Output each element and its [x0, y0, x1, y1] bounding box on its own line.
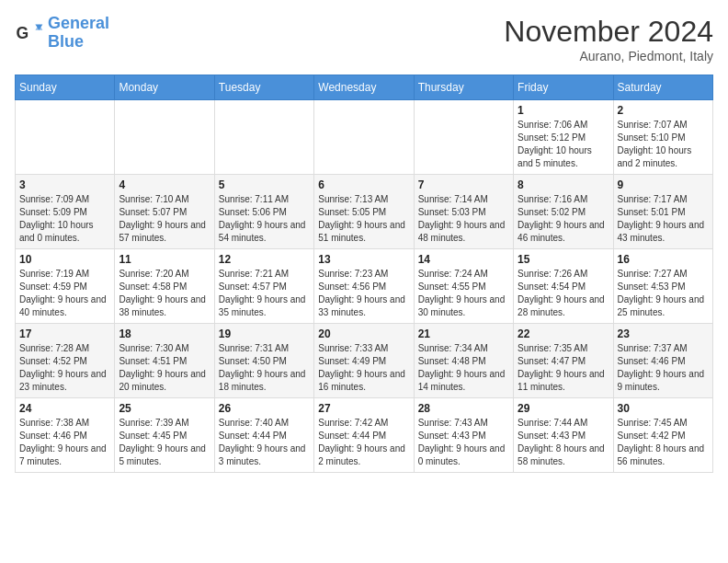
day-number: 5 [219, 178, 310, 191]
day-number: 6 [318, 178, 409, 191]
calendar-cell: 30Sunrise: 7:45 AM Sunset: 4:42 PM Dayli… [613, 398, 712, 473]
calendar-cell: 21Sunrise: 7:34 AM Sunset: 4:48 PM Dayli… [414, 324, 513, 398]
day-info: Sunrise: 7:16 AM Sunset: 5:02 PM Dayligh… [518, 193, 609, 245]
day-number: 19 [219, 327, 310, 340]
day-number: 15 [518, 253, 609, 266]
day-number: 17 [19, 327, 110, 340]
calendar-cell: 4Sunrise: 7:10 AM Sunset: 5:07 PM Daylig… [115, 175, 214, 249]
calendar-cell: 7Sunrise: 7:14 AM Sunset: 5:03 PM Daylig… [414, 175, 513, 249]
calendar-cell: 29Sunrise: 7:44 AM Sunset: 4:43 PM Dayli… [514, 398, 613, 473]
day-info: Sunrise: 7:37 AM Sunset: 4:46 PM Dayligh… [618, 342, 709, 394]
day-header-friday: Friday [514, 75, 613, 100]
day-header-thursday: Thursday [414, 75, 513, 100]
day-number: 23 [618, 327, 709, 340]
day-number: 4 [119, 178, 210, 191]
calendar-cell: 24Sunrise: 7:38 AM Sunset: 4:46 PM Dayli… [16, 398, 115, 473]
calendar-cell: 1Sunrise: 7:06 AM Sunset: 5:12 PM Daylig… [514, 100, 613, 175]
day-info: Sunrise: 7:10 AM Sunset: 5:07 PM Dayligh… [119, 193, 210, 245]
day-info: Sunrise: 7:20 AM Sunset: 4:58 PM Dayligh… [119, 268, 210, 319]
day-number: 30 [618, 402, 709, 415]
day-info: Sunrise: 7:27 AM Sunset: 4:53 PM Dayligh… [618, 268, 709, 319]
calendar-cell: 20Sunrise: 7:33 AM Sunset: 4:49 PM Dayli… [314, 324, 414, 398]
day-header-wednesday: Wednesday [314, 75, 414, 100]
day-info: Sunrise: 7:09 AM Sunset: 5:09 PM Dayligh… [19, 193, 110, 245]
calendar-cell: 9Sunrise: 7:17 AM Sunset: 5:01 PM Daylig… [613, 175, 712, 249]
day-number: 7 [418, 178, 509, 191]
month-title: November 2024 [504, 15, 713, 49]
calendar-cell [314, 100, 414, 175]
day-info: Sunrise: 7:06 AM Sunset: 5:12 PM Dayligh… [518, 119, 609, 170]
day-info: Sunrise: 7:19 AM Sunset: 4:59 PM Dayligh… [19, 268, 110, 319]
calendar-cell: 6Sunrise: 7:13 AM Sunset: 5:05 PM Daylig… [314, 175, 414, 249]
day-info: Sunrise: 7:13 AM Sunset: 5:05 PM Dayligh… [318, 193, 409, 245]
calendar-cell: 11Sunrise: 7:20 AM Sunset: 4:58 PM Dayli… [115, 249, 214, 324]
calendar-cell: 12Sunrise: 7:21 AM Sunset: 4:57 PM Dayli… [214, 249, 313, 324]
calendar-cell: 27Sunrise: 7:42 AM Sunset: 4:44 PM Dayli… [314, 398, 414, 473]
day-info: Sunrise: 7:39 AM Sunset: 4:45 PM Dayligh… [119, 417, 210, 468]
calendar-cell: 17Sunrise: 7:28 AM Sunset: 4:52 PM Dayli… [16, 324, 115, 398]
day-header-tuesday: Tuesday [214, 75, 313, 100]
calendar-cell: 16Sunrise: 7:27 AM Sunset: 4:53 PM Dayli… [613, 249, 712, 324]
day-number: 10 [19, 253, 110, 266]
calendar-cell: 18Sunrise: 7:30 AM Sunset: 4:51 PM Dayli… [115, 324, 214, 398]
calendar-cell: 3Sunrise: 7:09 AM Sunset: 5:09 PM Daylig… [16, 175, 115, 249]
day-info: Sunrise: 7:33 AM Sunset: 4:49 PM Dayligh… [318, 342, 409, 394]
calendar-cell: 13Sunrise: 7:23 AM Sunset: 4:56 PM Dayli… [314, 249, 414, 324]
day-number: 9 [618, 178, 709, 191]
day-header-sunday: Sunday [16, 75, 115, 100]
day-number: 20 [318, 327, 409, 340]
calendar-cell: 28Sunrise: 7:43 AM Sunset: 4:43 PM Dayli… [414, 398, 513, 473]
day-number: 24 [19, 402, 110, 415]
day-info: Sunrise: 7:26 AM Sunset: 4:54 PM Dayligh… [518, 268, 609, 319]
calendar-table: SundayMondayTuesdayWednesdayThursdayFrid… [15, 75, 713, 473]
calendar-cell [16, 100, 115, 175]
day-number: 3 [19, 178, 110, 191]
day-number: 12 [219, 253, 310, 266]
day-number: 18 [119, 327, 210, 340]
day-info: Sunrise: 7:40 AM Sunset: 4:44 PM Dayligh… [219, 417, 310, 468]
day-info: Sunrise: 7:30 AM Sunset: 4:51 PM Dayligh… [119, 342, 210, 394]
day-info: Sunrise: 7:38 AM Sunset: 4:46 PM Dayligh… [19, 417, 110, 468]
calendar-cell [115, 100, 214, 175]
day-info: Sunrise: 7:35 AM Sunset: 4:47 PM Dayligh… [518, 342, 609, 394]
day-number: 29 [518, 402, 609, 415]
day-info: Sunrise: 7:23 AM Sunset: 4:56 PM Dayligh… [318, 268, 409, 319]
day-info: Sunrise: 7:43 AM Sunset: 4:43 PM Dayligh… [418, 417, 509, 468]
calendar-cell: 26Sunrise: 7:40 AM Sunset: 4:44 PM Dayli… [214, 398, 313, 473]
day-info: Sunrise: 7:14 AM Sunset: 5:03 PM Dayligh… [418, 193, 509, 245]
calendar-cell: 8Sunrise: 7:16 AM Sunset: 5:02 PM Daylig… [514, 175, 613, 249]
day-number: 11 [119, 253, 210, 266]
day-info: Sunrise: 7:45 AM Sunset: 4:42 PM Dayligh… [618, 417, 709, 468]
day-number: 27 [318, 402, 409, 415]
day-number: 16 [618, 253, 709, 266]
calendar-cell: 25Sunrise: 7:39 AM Sunset: 4:45 PM Dayli… [115, 398, 214, 473]
day-header-saturday: Saturday [613, 75, 712, 100]
day-info: Sunrise: 7:42 AM Sunset: 4:44 PM Dayligh… [318, 417, 409, 468]
svg-text:G: G [17, 24, 29, 42]
day-info: Sunrise: 7:07 AM Sunset: 5:10 PM Dayligh… [618, 119, 709, 170]
calendar-cell [214, 100, 313, 175]
page-header: G General Blue November 2024 Aurano, Pie… [15, 15, 713, 63]
day-number: 13 [318, 253, 409, 266]
location-subtitle: Aurano, Piedmont, Italy [504, 49, 713, 63]
day-number: 14 [418, 253, 509, 266]
calendar-cell [414, 100, 513, 175]
day-number: 26 [219, 402, 310, 415]
calendar-cell: 10Sunrise: 7:19 AM Sunset: 4:59 PM Dayli… [16, 249, 115, 324]
day-info: Sunrise: 7:11 AM Sunset: 5:06 PM Dayligh… [219, 193, 310, 245]
day-header-monday: Monday [115, 75, 214, 100]
day-info: Sunrise: 7:17 AM Sunset: 5:01 PM Dayligh… [618, 193, 709, 245]
calendar-cell: 23Sunrise: 7:37 AM Sunset: 4:46 PM Dayli… [613, 324, 712, 398]
calendar-cell: 14Sunrise: 7:24 AM Sunset: 4:55 PM Dayli… [414, 249, 513, 324]
day-number: 21 [418, 327, 509, 340]
calendar-cell: 2Sunrise: 7:07 AM Sunset: 5:10 PM Daylig… [613, 100, 712, 175]
day-number: 28 [418, 402, 509, 415]
day-info: Sunrise: 7:28 AM Sunset: 4:52 PM Dayligh… [19, 342, 110, 394]
day-number: 1 [518, 104, 609, 117]
calendar-cell: 19Sunrise: 7:31 AM Sunset: 4:50 PM Dayli… [214, 324, 313, 398]
day-number: 2 [618, 104, 709, 117]
logo: G General Blue [15, 15, 109, 52]
calendar-cell: 5Sunrise: 7:11 AM Sunset: 5:06 PM Daylig… [214, 175, 313, 249]
day-number: 22 [518, 327, 609, 340]
day-info: Sunrise: 7:34 AM Sunset: 4:48 PM Dayligh… [418, 342, 509, 394]
